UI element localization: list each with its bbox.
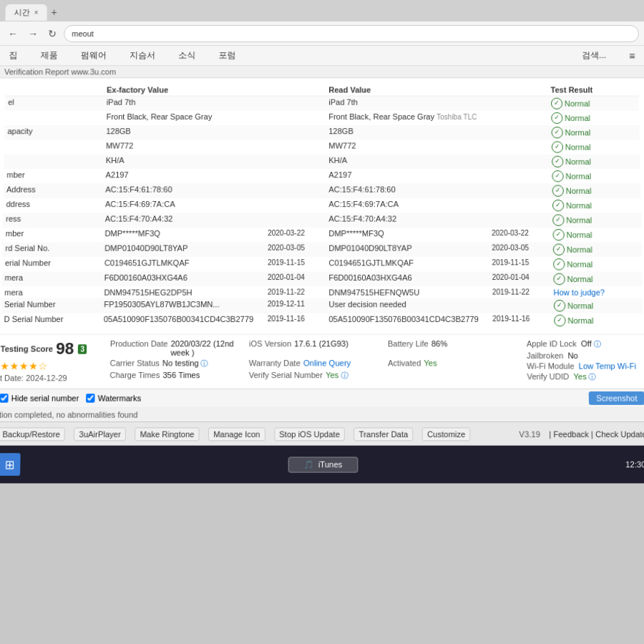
info-mark[interactable]: ⓘ bbox=[201, 359, 208, 367]
nav-forum[interactable]: 포럼 bbox=[214, 47, 240, 64]
row-factory-date bbox=[265, 111, 326, 125]
row-factory: 05A510090F135076B00341CD4C3B2779 bbox=[101, 313, 265, 328]
tab-close-btn[interactable]: × bbox=[34, 8, 39, 16]
row-factory: F6D00160A03HXG4A6 bbox=[101, 272, 264, 287]
row-result: Normal bbox=[549, 169, 640, 183]
stars: ★★★★☆ bbox=[0, 360, 102, 372]
info-value: No testing ⓘ bbox=[162, 358, 208, 369]
row-read-date: 2020-03-22 bbox=[489, 228, 550, 243]
score-value: 98 bbox=[56, 339, 74, 358]
info-label: Production Date bbox=[110, 339, 168, 357]
watermarks-check[interactable]: Watermarks bbox=[86, 394, 141, 403]
info-grid: Production Date 2020/03/22 (12nd week )i… bbox=[109, 339, 519, 381]
itunes-label: iTunes bbox=[318, 460, 343, 469]
row-read: DMP01040D90LT8YAP bbox=[326, 242, 489, 257]
result-normal: Normal bbox=[552, 141, 591, 152]
row-read-date: 2020-01-04 bbox=[489, 272, 551, 287]
row-read-date bbox=[488, 169, 549, 183]
refresh-btn[interactable]: ↻ bbox=[45, 26, 59, 41]
right-info-item: Wi-Fi Module Low Temp Wi-Fi bbox=[527, 361, 644, 371]
new-tab-btn[interactable]: + bbox=[47, 5, 62, 19]
row-factory: AC:15:F4:61:78:60 bbox=[102, 183, 265, 197]
row-label: mera bbox=[1, 286, 101, 298]
info-item: iOS Version 17.6.1 (21G93) bbox=[249, 339, 381, 357]
nav-news[interactable]: 소식 bbox=[174, 47, 200, 64]
row-result: Normal bbox=[548, 111, 639, 125]
col-factory-header: Ex-factory Value bbox=[104, 84, 265, 96]
row-read: A2197 bbox=[326, 169, 488, 183]
row-result: Normal bbox=[550, 242, 641, 257]
row-read: User decision needed bbox=[326, 298, 489, 313]
watermarks-checkbox[interactable] bbox=[86, 394, 94, 403]
result-normal: Normal bbox=[551, 98, 590, 109]
toolbar-btn-stop-ios-update[interactable]: Stop iOS Update bbox=[274, 427, 345, 441]
right-value: Off ⓘ bbox=[581, 339, 601, 350]
nav-product[interactable]: 제품 bbox=[36, 47, 62, 64]
toolbar-btn-transfer-data[interactable]: Transfer Data bbox=[353, 427, 413, 441]
itunes-icon: 🎵 bbox=[303, 459, 313, 469]
back-btn[interactable]: ← bbox=[5, 26, 21, 41]
row-read-date bbox=[488, 140, 549, 154]
row-factory: DMP01040D90LT8YAP bbox=[102, 242, 265, 257]
row-result: Normal bbox=[550, 213, 641, 228]
row-result: Normal bbox=[550, 228, 641, 243]
nav-home[interactable]: 집 bbox=[4, 47, 22, 64]
nav-firmware[interactable]: 펌웨어 bbox=[77, 47, 112, 64]
result-normal: Normal bbox=[552, 229, 592, 240]
result-normal: Normal bbox=[552, 200, 592, 211]
toolbar-btn-backup/restore[interactable]: Backup/Restore bbox=[0, 427, 65, 441]
info-value[interactable]: Online Query bbox=[303, 358, 351, 369]
toolbar-btn-make-ringtone[interactable]: Make Ringtone bbox=[135, 427, 200, 441]
info-item: Battery Life 86% bbox=[388, 339, 519, 357]
row-factory-date bbox=[265, 183, 326, 197]
row-result: Normal bbox=[549, 155, 640, 169]
hide-serial-checkbox[interactable] bbox=[0, 394, 9, 403]
table-row: mera F6D00160A03HXG4A6 2020-01-04 F6D001… bbox=[1, 272, 642, 287]
toolbar-btn-manage-icon[interactable]: Manage Icon bbox=[208, 427, 265, 441]
toolbar-bottom: Backup/Restore3uAirPlayerMake RingtoneMa… bbox=[0, 421, 644, 446]
row-read-date: 2019-11-22 bbox=[489, 286, 551, 298]
row-result: Normal bbox=[548, 96, 639, 111]
row-factory-date bbox=[265, 125, 326, 140]
info-item: Verify Serial Number Yes ⓘ bbox=[249, 371, 381, 381]
bottom-bar: Hide serial number Watermarks Screenshot bbox=[0, 389, 644, 407]
toolbar-btn-customize[interactable]: Customize bbox=[422, 427, 471, 441]
right-label: Wi-Fi Module bbox=[527, 361, 574, 371]
menu-icon[interactable]: ≡ bbox=[625, 47, 640, 64]
right-label: Jailbroken bbox=[527, 351, 563, 361]
row-factory: AC:15:F4:69:7A:CA bbox=[102, 198, 265, 213]
info-item: Production Date 2020/03/22 (12nd week ) bbox=[110, 339, 242, 357]
nav-manual[interactable]: 지슴서 bbox=[125, 47, 160, 64]
info-value: 2020/03/22 (12nd week ) bbox=[170, 339, 241, 357]
itunes-taskbar-item[interactable]: 🎵 iTunes bbox=[288, 457, 358, 472]
feedback-btn[interactable]: | Feedback | Check Update bbox=[549, 429, 644, 439]
browser-tab[interactable]: 시간 × bbox=[5, 4, 47, 20]
result-normal: Normal bbox=[552, 170, 591, 182]
score-section: Testing Score 98 3 ★★★★☆ t Date: 2024-12… bbox=[0, 339, 103, 382]
result-judge[interactable]: How to judge? bbox=[553, 288, 605, 296]
row-read-date bbox=[489, 298, 551, 313]
score-badge: 3 bbox=[78, 344, 87, 354]
right-info-mark[interactable]: ⓘ bbox=[594, 340, 601, 348]
right-info-item: Jailbroken No bbox=[527, 351, 644, 361]
toolbar-btn-3uairplayer[interactable]: 3uAirPlayer bbox=[74, 427, 126, 441]
right-info-mark[interactable]: ⓘ bbox=[589, 373, 596, 381]
info-mark[interactable]: ⓘ bbox=[341, 371, 348, 379]
info-label: Battery Life bbox=[388, 339, 429, 357]
address-bar[interactable] bbox=[64, 25, 639, 42]
info-value: 17.6.1 (21G93) bbox=[294, 339, 348, 357]
hide-serial-check[interactable]: Hide serial number bbox=[0, 394, 79, 403]
windows-start-btn[interactable]: ⊞ bbox=[0, 453, 21, 476]
row-factory-date: 2020-01-04 bbox=[265, 272, 326, 287]
tab-label: 시간 bbox=[14, 6, 30, 17]
row-read: AC:15:F4:70:A4:32 bbox=[326, 213, 489, 228]
browser-toolbar: ← → ↻ bbox=[0, 21, 644, 46]
completion-bar: tion completed, no abnormalities found bbox=[0, 407, 644, 421]
forward-btn[interactable]: → bbox=[25, 26, 41, 41]
table-row: MW772 MW772 Normal bbox=[4, 140, 640, 154]
screenshot-btn[interactable]: Screenshot bbox=[589, 391, 644, 405]
result-normal: Normal bbox=[551, 112, 590, 124]
search-right[interactable]: 검색... bbox=[577, 47, 611, 64]
row-read: Front Black, Rear Space Gray Toshiba TLC bbox=[326, 111, 487, 125]
row-label: mber bbox=[4, 169, 102, 183]
